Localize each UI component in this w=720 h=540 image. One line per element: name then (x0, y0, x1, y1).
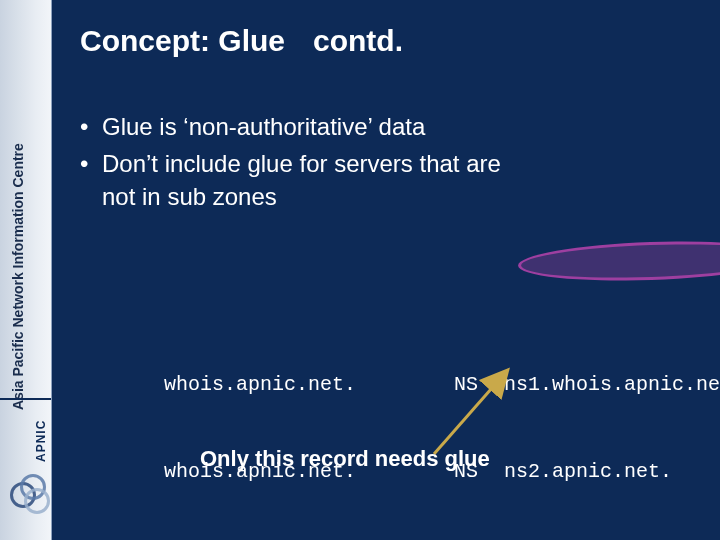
dns-records-block: whois.apnic.net.NSns1.whois.apnic.net. w… (164, 254, 720, 540)
caption-text: Only this record needs glue (200, 446, 490, 472)
bullet-area: • Glue is ‘non-authoritative’ data • Don… (80, 110, 501, 213)
record-rdata: ns1.whois.apnic.net. (504, 370, 720, 399)
record-type: NS (454, 370, 504, 399)
sidebar: Asia Pacific Network Information Centre … (0, 0, 52, 540)
dns-record-row: whois.apnic.net.NSns1.whois.apnic.net. (164, 370, 720, 399)
slide-title: Concept: Gluecontd. (80, 24, 696, 58)
sidebar-org-text: Asia Pacific Network Information Centre (10, 10, 26, 410)
title-right: contd. (313, 24, 403, 57)
slide-content: Concept: Gluecontd. Glue is ‘non-authori… (80, 24, 696, 104)
title-left: Concept: Glue (80, 24, 285, 57)
apnic-logo-letters: APNIC (34, 420, 48, 462)
record-owner: whois.apnic.net. (164, 370, 454, 399)
record-rdata: ns2.apnic.net. (504, 457, 672, 486)
bullet-item-2-cont: not in sub zones (80, 180, 501, 213)
bullet-text: Don’t include glue for servers that are (102, 150, 501, 177)
highlight-oval (517, 237, 720, 284)
bullet-text: Glue is ‘non-authoritative’ data (102, 113, 425, 140)
bullet-item-2: • Don’t include glue for servers that ar… (80, 147, 501, 180)
bullet-item-1: • Glue is ‘non-authoritative’ data (80, 110, 501, 143)
bullet-text: not in sub zones (102, 183, 277, 210)
apnic-rings-icon (10, 474, 54, 518)
sidebar-divider (0, 398, 51, 400)
